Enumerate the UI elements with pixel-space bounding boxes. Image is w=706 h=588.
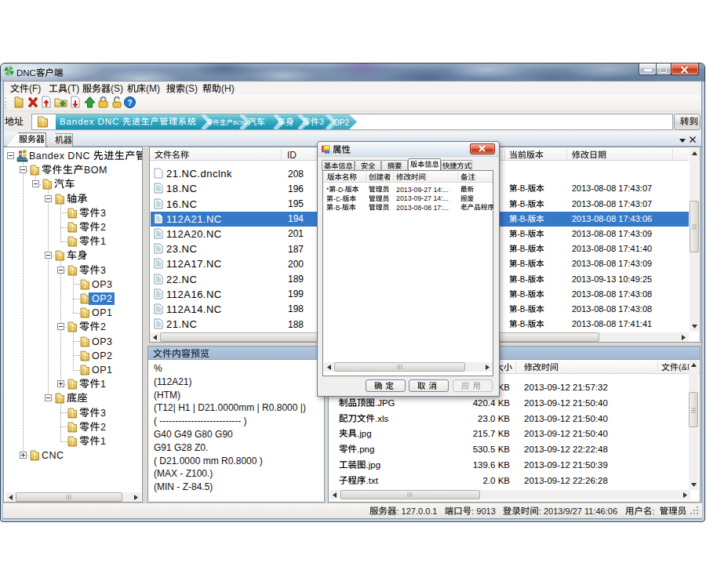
- svg-text:-B-: -B-: [518, 290, 528, 299]
- svg-text:Bandex DNC: Bandex DNC: [60, 117, 119, 126]
- svg-text:(F): (F): [29, 83, 41, 94]
- svg-text:?: ?: [127, 99, 132, 107]
- svg-text:: 127.0.0.1: : 127.0.0.1: [396, 506, 437, 516]
- svg-text:.JPG: .JPG: [375, 398, 395, 408]
- svg-text:: 2013/9/27 11:46:06: : 2013/9/27 11:46:06: [539, 506, 617, 516]
- svg-text:.jpg: .jpg: [366, 460, 381, 470]
- svg-text:-B-: -B-: [518, 184, 528, 193]
- svg-text:-B-: -B-: [518, 274, 528, 283]
- svg-text:*: *: [326, 186, 329, 194]
- svg-text:2: 2: [100, 422, 106, 433]
- svg-text:-B-: -B-: [518, 305, 528, 314]
- svg-text:3: 3: [100, 208, 106, 219]
- svg-text:OP3: OP3: [92, 279, 113, 290]
- svg-text:(H): (H): [221, 83, 235, 94]
- svg-text:OP2: OP2: [92, 293, 113, 304]
- svg-text:3: 3: [100, 265, 106, 276]
- svg-text:1: 1: [100, 236, 106, 247]
- svg-text:(T): (T): [67, 83, 79, 94]
- svg-text:3: 3: [100, 408, 106, 419]
- svg-text:Bandex DNC: Bandex DNC: [29, 151, 90, 162]
- svg-text:.xls: .xls: [375, 413, 389, 423]
- svg-text:2: 2: [100, 222, 106, 233]
- svg-text:3: 3: [319, 117, 324, 126]
- svg-text:-B-: -B-: [518, 260, 528, 268]
- svg-text:(M): (M): [146, 83, 160, 94]
- svg-text:.jpg: .jpg: [357, 429, 372, 438]
- svg-text:2: 2: [100, 321, 106, 332]
- svg-text:OP1: OP1: [92, 307, 113, 318]
- svg-text:(S): (S): [185, 83, 198, 94]
- svg-text:1: 1: [100, 436, 106, 447]
- svg-text:(&I: (&I: [679, 362, 690, 372]
- svg-text:.png: .png: [357, 445, 374, 454]
- svg-text:-D-: -D-: [336, 186, 345, 194]
- svg-text:DNC: DNC: [16, 67, 36, 77]
- svg-text:-C-: -C-: [333, 194, 343, 202]
- svg-text::: :: [652, 506, 654, 516]
- svg-text:(S): (S): [111, 83, 123, 94]
- svg-text:-B-: -B-: [518, 320, 528, 328]
- svg-text:OP2: OP2: [92, 350, 113, 361]
- svg-text:1: 1: [100, 379, 106, 390]
- svg-text:.txt: .txt: [366, 476, 379, 485]
- svg-text:-B-: -B-: [518, 199, 528, 208]
- svg-text:-B-: -B-: [518, 215, 528, 223]
- svg-text:-B-: -B-: [518, 230, 528, 238]
- svg-text:-B-: -B-: [518, 245, 528, 253]
- svg-text:OP3: OP3: [92, 336, 113, 347]
- svg-text:BOM: BOM: [84, 165, 107, 176]
- svg-text:OP2: OP2: [333, 118, 349, 126]
- svg-text:CNC: CNC: [42, 450, 64, 461]
- svg-text:OP1: OP1: [92, 365, 113, 376]
- svg-text:BOM: BOM: [233, 119, 248, 126]
- svg-text:-B-: -B-: [333, 204, 343, 212]
- svg-text:: 9013: : 9013: [471, 506, 496, 516]
